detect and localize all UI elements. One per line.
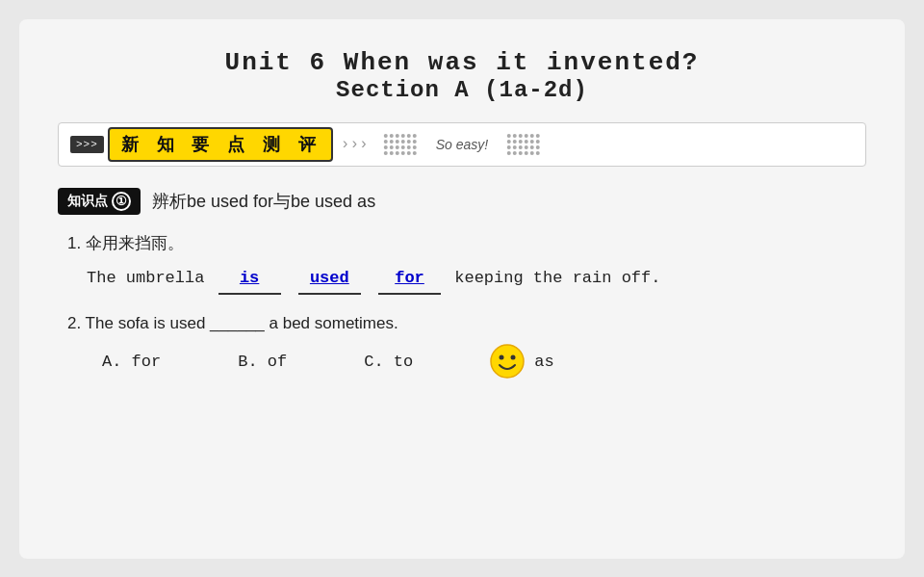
banner-arrow: >>> [70,136,104,153]
knowledge-badge-number: ① [112,192,131,211]
q1-suffix: keeping the rain off. [454,269,660,287]
q1-blank2: used [298,264,361,296]
banner-text-box: 新 知 要 点 测 评 [108,127,333,162]
q2-option-a: A. for [102,353,161,371]
q1-chinese: 1. 伞用来挡雨。 [67,230,866,256]
q2-option-b: B. of [238,353,287,371]
q2-options: A. for B. of C. to [102,344,866,379]
banner-center: So easy! [384,134,540,155]
q2-option-d: as [490,344,553,379]
q1-prefix: The umbrella [87,269,204,287]
q1-blank3: for [378,264,441,296]
dots-right [507,134,540,155]
smiley-icon [490,344,525,379]
question-1: 1. 伞用来挡雨。 The umbrella is used for keepi… [67,230,866,296]
knowledge-header: 知识点 ① 辨析be used for与be used as [58,188,866,215]
q1-answer1: is [240,269,259,287]
knowledge-badge-label: 知识点 [67,193,108,210]
svg-point-1 [500,355,504,360]
banner-bar: >>> 新 知 要 点 测 评 ››› So easy! [58,122,866,167]
knowledge-point-title: 辨析be used for与be used as [152,190,375,213]
title-area: Unit 6 When was it invented? Section A (… [58,48,866,103]
banner-right-arrow: ››› [341,136,369,153]
so-easy-text: So easy! [436,137,488,152]
q1-answer: The umbrella is used for keeping the rai… [87,264,866,296]
banner-left: >>> 新 知 要 点 测 评 ››› [70,127,369,162]
svg-point-2 [511,355,516,360]
title-line1: Unit 6 When was it invented? [58,48,866,77]
knowledge-badge: 知识点 ① [58,188,141,215]
dots-left [384,134,417,155]
q2-option-c: C. to [364,353,413,371]
q2-text: 2. The sofa is used ______ a bed sometim… [67,310,866,336]
q1-blank1: is [218,264,281,296]
slide-container: Unit 6 When was it invented? Section A (… [19,19,905,559]
q1-answer3: for [395,269,424,287]
q1-answer2: used [310,269,349,287]
questions-area: 1. 伞用来挡雨。 The umbrella is used for keepi… [58,230,866,380]
question-2: 2. The sofa is used ______ a bed sometim… [67,310,866,379]
title-line2: Section A (1a-2d) [58,77,866,103]
svg-point-0 [491,345,524,378]
